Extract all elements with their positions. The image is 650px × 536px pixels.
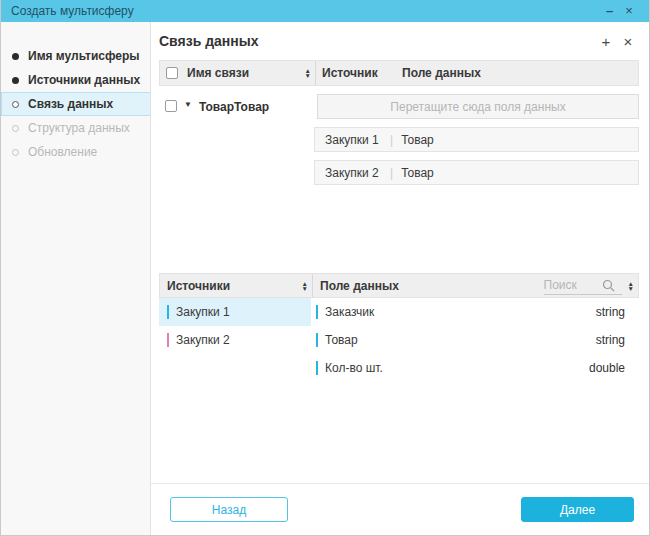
column-header-data-field: Поле данных bbox=[320, 279, 399, 293]
link-field-row[interactable]: Закупки 2 | Товар bbox=[314, 160, 639, 185]
search-input[interactable] bbox=[544, 278, 602, 292]
minimize-icon[interactable]: – bbox=[599, 1, 619, 21]
field-type: string bbox=[596, 333, 625, 347]
link-row-checkbox[interactable] bbox=[165, 100, 177, 112]
step-current-circle-icon bbox=[12, 101, 19, 108]
step-done-dot-icon bbox=[12, 53, 19, 60]
divider: | bbox=[390, 166, 393, 180]
title-bar: Создать мультисферу – × bbox=[1, 0, 649, 22]
field-row-tovar[interactable]: Товар string bbox=[311, 326, 639, 354]
add-link-icon[interactable]: + bbox=[595, 33, 617, 50]
fields-column: Заказчик string Товар string Кол-во шт. … bbox=[311, 298, 639, 382]
dialog-window: Создать мультисферу – × Имя мультисферы … bbox=[0, 0, 650, 536]
links-column-field: Поле данных bbox=[402, 66, 638, 80]
field-label: Кол-во шт. bbox=[325, 361, 589, 375]
link-row-left: ▼ ТоварТовар bbox=[159, 94, 314, 185]
source-label: Закупки 2 bbox=[176, 333, 230, 347]
source-color-bar bbox=[167, 305, 169, 319]
link-row: ▼ ТоварТовар Перетащите сюда поля данных… bbox=[159, 94, 639, 185]
links-table-header: Имя связи ▲▼ Источник Поле данных bbox=[159, 60, 639, 86]
link-field-name: Товар bbox=[401, 133, 434, 147]
sidebar-item-label: Источники данных bbox=[28, 73, 140, 87]
sidebar-item-data-structure[interactable]: Структура данных bbox=[1, 116, 150, 140]
step-pending-circle-icon bbox=[12, 125, 19, 132]
column-header-link-name[interactable]: Имя связи bbox=[187, 66, 301, 80]
window-title: Создать мультисферу bbox=[11, 4, 134, 18]
field-label: Заказчик bbox=[325, 305, 596, 319]
sidebar-item-label: Связь данных bbox=[28, 97, 113, 111]
sort-icon[interactable]: ▲▼ bbox=[305, 68, 311, 78]
sort-icon[interactable]: ▲▼ bbox=[628, 281, 634, 291]
link-field-source: Закупки 2 bbox=[315, 166, 390, 180]
sidebar-item-label: Имя мультисферы bbox=[28, 49, 140, 63]
sort-icon[interactable]: ▲▼ bbox=[302, 281, 308, 291]
field-type: string bbox=[596, 305, 625, 319]
field-color-bar bbox=[316, 361, 318, 375]
wizard-steps-sidebar: Имя мультисферы Источники данных Связь д… bbox=[1, 22, 151, 535]
close-icon[interactable]: × bbox=[619, 1, 639, 21]
link-field-source: Закупки 1 bbox=[315, 133, 390, 147]
chevron-down-icon[interactable]: ▼ bbox=[184, 100, 192, 109]
sources-table-header: Источники ▲▼ Поле данных bbox=[159, 273, 639, 298]
sidebar-item-multisphere-name[interactable]: Имя мультисферы bbox=[1, 44, 150, 68]
footer: Назад Далее bbox=[151, 483, 649, 535]
source-color-bar bbox=[167, 333, 169, 347]
back-button[interactable]: Назад bbox=[170, 497, 288, 522]
panel-close-icon[interactable]: × bbox=[617, 33, 639, 50]
panel-header: Связь данных + × bbox=[159, 22, 639, 60]
source-row-zakupki-2[interactable]: Закупки 2 bbox=[159, 326, 311, 354]
dropzone[interactable]: Перетащите сюда поля данных bbox=[317, 94, 639, 119]
column-header-data-field: Поле данных bbox=[402, 66, 481, 80]
field-color-bar bbox=[316, 305, 318, 319]
source-label: Закупки 1 bbox=[176, 305, 230, 319]
field-row-kolvo[interactable]: Кол-во шт. double bbox=[311, 354, 639, 382]
column-header-sources[interactable]: Источники bbox=[167, 279, 298, 293]
sidebar-item-label: Обновление bbox=[28, 145, 97, 159]
main-panel: Связь данных + × Имя связи ▲▼ Источник П… bbox=[151, 22, 649, 535]
field-color-bar bbox=[316, 333, 318, 347]
field-search bbox=[544, 277, 622, 295]
sources-column: Закупки 1 Закупки 2 bbox=[159, 298, 311, 382]
links-column-source: Источник bbox=[315, 61, 402, 85]
field-row-zakazchik[interactable]: Заказчик string bbox=[311, 298, 639, 326]
links-column-name: Имя связи ▲▼ bbox=[160, 61, 315, 85]
column-header-source: Источник bbox=[322, 66, 378, 80]
fields-column-header: Поле данных ▲▼ bbox=[312, 274, 638, 297]
step-pending-circle-icon bbox=[12, 149, 19, 156]
dropzone-placeholder: Перетащите сюда поля данных bbox=[390, 100, 565, 114]
next-button[interactable]: Далее bbox=[521, 497, 634, 522]
link-row-right: Перетащите сюда поля данных Закупки 1 | … bbox=[314, 94, 639, 185]
search-icon bbox=[602, 279, 615, 292]
source-row-zakupki-1[interactable]: Закупки 1 bbox=[159, 298, 311, 326]
sidebar-item-data-sources[interactable]: Источники данных bbox=[1, 68, 150, 92]
step-done-dot-icon bbox=[12, 77, 19, 84]
panel-title: Связь данных bbox=[159, 33, 258, 49]
sources-table: Источники ▲▼ Поле данных bbox=[159, 273, 639, 382]
divider: | bbox=[390, 133, 393, 147]
sidebar-item-update[interactable]: Обновление bbox=[1, 140, 150, 164]
dialog-body: Имя мультисферы Источники данных Связь д… bbox=[1, 22, 649, 535]
sidebar-item-label: Структура данных bbox=[28, 121, 130, 135]
link-field-name: Товар bbox=[401, 166, 434, 180]
sources-column-header: Источники ▲▼ bbox=[160, 274, 312, 297]
sidebar-item-data-link[interactable]: Связь данных bbox=[1, 92, 150, 116]
sources-table-body: Закупки 1 Закупки 2 Заказчик string bbox=[159, 298, 639, 382]
field-type: double bbox=[589, 361, 625, 375]
link-name: ТоварТовар bbox=[199, 100, 269, 114]
select-all-checkbox[interactable] bbox=[166, 67, 178, 79]
link-field-row[interactable]: Закупки 1 | Товар bbox=[314, 127, 639, 152]
field-label: Товар bbox=[325, 333, 596, 347]
